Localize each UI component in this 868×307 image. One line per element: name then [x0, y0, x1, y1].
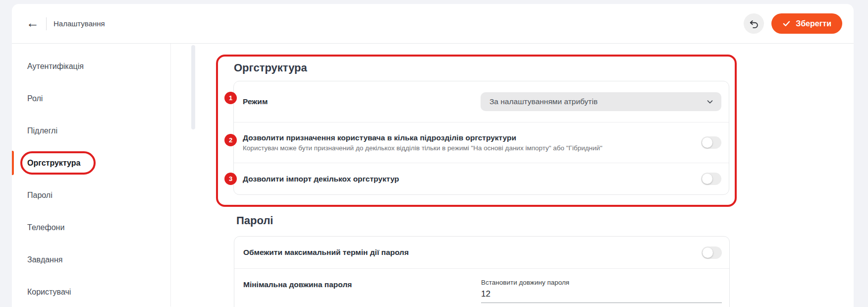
orgstructure-card: 1 Режим За налаштуваннями атрибутів [233, 81, 729, 195]
sidebar-item-roles[interactable]: Ролі [12, 82, 170, 115]
sidebar-item-orgstructure[interactable]: Оргструктура [12, 147, 170, 179]
setting-row-mode: 1 Режим За налаштуваннями атрибутів [234, 81, 729, 122]
password-length-field: Встановити довжину пароля [481, 279, 722, 303]
app-panel: ← Налаштування Зберегти А [12, 4, 854, 307]
mode-select[interactable]: За налаштуваннями атрибутів [481, 92, 721, 111]
multi-departments-toggle[interactable] [701, 136, 721, 149]
scrollbar-thumb[interactable] [191, 45, 195, 129]
setting-label-password-expiry: Обмежити максимальний термін дії пароля [243, 248, 692, 257]
mode-select-value: За налаштуваннями атрибутів [489, 97, 597, 106]
password-length-input[interactable] [481, 289, 722, 299]
annotation-badge-3: 3 [224, 173, 237, 185]
setting-row-multi-departments: 2 Дозволити призначення користувача в кі… [234, 122, 729, 163]
toggle-knob [702, 174, 712, 184]
save-button[interactable]: Зберегти [771, 13, 842, 34]
multi-orgstructures-toggle[interactable] [701, 173, 721, 185]
back-arrow-icon[interactable]: ← [26, 16, 39, 29]
setting-row-multi-orgstructures: 3 Дозволити імпорт декількох оргструктур [234, 163, 729, 194]
active-item-indicator [12, 151, 14, 175]
settings-sidebar: Аутентифікація Ролі Підлеглі Оргструктур… [12, 44, 171, 307]
settings-main: Оргструктура 1 Режим За налаштуваннями а… [171, 44, 854, 307]
sidebar-item-label: Паролі [27, 191, 53, 200]
setting-label-min-password-length: Мінімальна довжина пароля [243, 280, 471, 289]
passwords-card: Обмежити максимальний термін дії пароля … [234, 236, 730, 307]
toggle-knob [702, 137, 712, 148]
annotation-badge-1: 1 [224, 92, 237, 104]
annotation-badge-2: 2 [224, 134, 237, 146]
password-length-field-label: Встановити довжину пароля [481, 279, 722, 286]
header: ← Налаштування Зберегти [12, 4, 854, 44]
check-icon [782, 19, 791, 28]
passwords-section: Паролі Обмежити максимальний термін дії … [234, 213, 854, 307]
setting-row-password-expiry: Обмежити максимальний термін дії пароля [234, 237, 729, 268]
sidebar-item-label: Користувачі [27, 288, 71, 297]
setting-description-multi-departments: Користувач може бути призначений до декі… [243, 144, 691, 152]
password-expiry-toggle[interactable] [702, 246, 722, 259]
undo-button[interactable] [744, 13, 764, 34]
sidebar-item-label: Оргструктура [27, 159, 80, 168]
sidebar-item-label: Аутентифікація [27, 62, 84, 71]
content-area: Аутентифікація Ролі Підлеглі Оргструктур… [12, 44, 854, 307]
setting-label-multi-departments: Дозволити призначення користувача в кіль… [243, 133, 691, 142]
save-button-label: Зберегти [796, 19, 831, 28]
sidebar-item-subordinates[interactable]: Підлеглі [12, 115, 170, 147]
chevron-down-icon [705, 97, 714, 106]
sidebar-item-authentication[interactable]: Аутентифікація [12, 50, 170, 82]
annotation-box-orgstructure: Оргструктура 1 Режим За налаштуваннями а… [216, 55, 737, 207]
sidebar-item-label: Телефони [27, 223, 64, 232]
sidebar-item-label: Завдання [27, 255, 62, 264]
section-title-passwords: Паролі [236, 213, 854, 228]
sidebar-item-tasks[interactable]: Завдання [12, 244, 170, 276]
sidebar-item-label: Підлеглі [27, 126, 57, 135]
setting-label-multi-orgstructures: Дозволити імпорт декількох оргструктур [243, 175, 691, 184]
section-title-orgstructure: Оргструктура [234, 61, 730, 75]
sidebar-item-passwords[interactable]: Паролі [12, 179, 170, 211]
sidebar-item-phones[interactable]: Телефони [12, 211, 170, 244]
undo-icon [749, 18, 760, 29]
page-title: Налаштування [54, 19, 105, 28]
sidebar-item-label: Ролі [27, 94, 43, 103]
setting-label-mode: Режим [243, 97, 471, 106]
toggle-knob [703, 247, 713, 258]
header-divider [46, 17, 47, 30]
sidebar-item-users[interactable]: Користувачі [12, 276, 170, 307]
setting-row-min-password-length: Мінімальна довжина пароля Встановити дов… [234, 268, 729, 307]
